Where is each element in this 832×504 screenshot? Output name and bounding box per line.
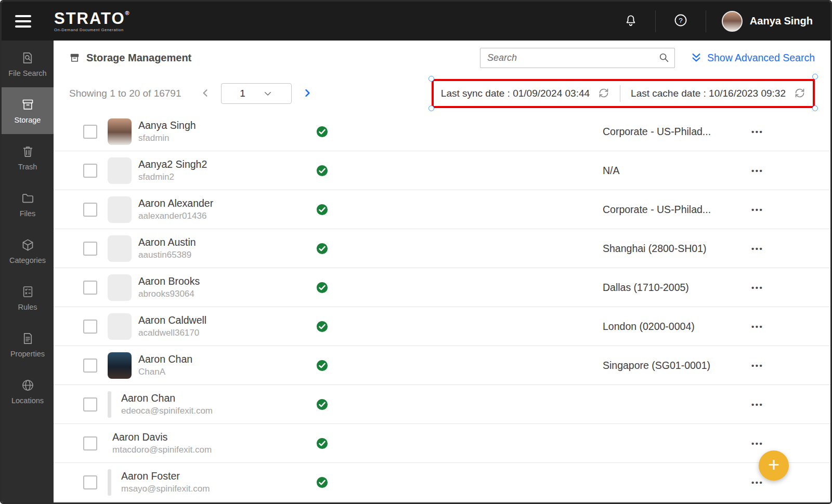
main-header: Storage Management Show Advanced Search [54, 41, 830, 75]
user-name-text: Aaron Austin [138, 236, 196, 248]
row-actions-button[interactable]: ••• [751, 127, 763, 136]
row-checkbox[interactable] [83, 436, 97, 450]
row-actions-button[interactable]: ••• [751, 400, 763, 409]
user-name-text: Aaron Alexander [138, 197, 213, 209]
sidebar-item-rules[interactable]: Rules [2, 274, 54, 321]
username-text: sfadmin [138, 133, 196, 143]
search-icon[interactable] [658, 52, 670, 65]
chevron-right-icon [302, 88, 313, 100]
ellipsis-icon: ••• [751, 283, 763, 292]
sidebar-item-categories[interactable]: Categories [2, 228, 54, 274]
user-name-block: Aaron Caldwell acaldwell36170 [138, 314, 206, 338]
row-checkbox[interactable] [83, 397, 97, 412]
add-button[interactable]: + [759, 450, 789, 481]
user-menu[interactable]: Aanya Singh [722, 11, 813, 32]
list-item: Aaron Alexander aalexander01436 Corporat… [54, 190, 830, 229]
row-actions-button[interactable]: ••• [751, 166, 763, 175]
user-name-block: Aaron Chan ChanA [138, 353, 192, 377]
cache-refresh-button[interactable] [794, 87, 805, 100]
sidebar-item-trash[interactable]: Trash [2, 134, 54, 181]
username-text: ChanA [138, 367, 192, 377]
ellipsis-icon: ••• [751, 322, 763, 331]
location-text: Shanghai (2800-SH01) [603, 243, 706, 255]
page-select[interactable]: 1 [221, 83, 292, 104]
topbar-divider [706, 10, 706, 32]
sync-info-annotation-box: Last sync date : 01/09/2024 03:44 Last c… [432, 79, 815, 108]
search-input[interactable] [480, 48, 675, 68]
app-logo: STRATO® On-Demand Document Generation [54, 10, 131, 32]
logo-text: STRATO® [54, 10, 131, 26]
ellipsis-icon: ••• [751, 400, 763, 409]
status-check-icon [316, 126, 328, 138]
row-actions-button[interactable]: ••• [751, 322, 763, 331]
double-chevron-down-icon [691, 52, 702, 63]
username-text: aalexander01436 [138, 211, 213, 221]
user-name-text: Aanya Singh [138, 120, 196, 131]
help-button[interactable]: ? [656, 13, 706, 29]
ellipsis-icon: ••• [751, 205, 763, 214]
sidebar-item-storage[interactable]: Storage [2, 87, 54, 134]
user-name: Aanya Singh [750, 15, 813, 27]
row-actions-button[interactable]: ••• [751, 244, 763, 253]
folder-icon [21, 191, 35, 205]
annotation-handle[interactable] [428, 76, 434, 82]
sidebar-item-locations[interactable]: Locations [2, 368, 54, 415]
row-checkbox[interactable] [83, 281, 97, 295]
ellipsis-icon: ••• [751, 166, 763, 175]
svg-text:?: ? [679, 17, 682, 24]
user-name-block: Aaron Austin aaustin65389 [138, 236, 196, 260]
list-item: Aanya2 Singh2 sfadmin2 N/A ••• [54, 151, 830, 190]
row-checkbox[interactable] [83, 242, 97, 256]
globe-icon [21, 378, 35, 392]
next-page-button[interactable] [302, 88, 313, 100]
sync-refresh-button[interactable] [598, 87, 609, 100]
username-text: abrooks93064 [138, 289, 200, 299]
previous-page-button[interactable] [200, 88, 211, 100]
row-checkbox[interactable] [83, 164, 97, 178]
user-name-block: Aaron Brooks abrooks93064 [138, 275, 200, 299]
sidebar-item-properties[interactable]: Properties [2, 321, 54, 368]
row-actions-button[interactable]: ••• [751, 478, 763, 487]
user-name-block: Aanya2 Singh2 sfadmin2 [138, 158, 207, 182]
row-avatar [108, 352, 132, 379]
ellipsis-icon: ••• [751, 244, 763, 253]
row-checkbox[interactable] [83, 359, 97, 373]
list-item: Aaron Davis mtacdoro@spinifexit.com ••• [54, 424, 830, 463]
annotation-handle[interactable] [812, 74, 818, 79]
row-checkbox[interactable] [83, 203, 97, 217]
username-text: mtacdoro@spinifexit.com [112, 445, 212, 455]
user-name-block: Aaron Foster msayo@spinifexit.com [121, 470, 210, 494]
main-content: Storage Management Show Advanced Search [54, 41, 830, 502]
help-icon: ? [673, 13, 688, 29]
status-check-icon [316, 437, 328, 449]
row-checkbox[interactable] [83, 125, 97, 139]
sidebar-item-label: Locations [11, 396, 44, 405]
row-actions-button[interactable]: ••• [751, 283, 763, 292]
hamburger-menu-button[interactable] [15, 15, 31, 28]
row-actions-button[interactable]: ••• [751, 205, 763, 214]
status-check-icon [316, 165, 328, 177]
trash-icon [21, 144, 35, 158]
chevron-left-icon [200, 88, 211, 100]
row-actions-button[interactable]: ••• [751, 361, 763, 370]
ellipsis-icon: ••• [751, 361, 763, 370]
topbar-actions: ? Aanya Singh [606, 10, 830, 32]
row-checkbox[interactable] [83, 475, 97, 489]
annotation-handle[interactable] [428, 105, 434, 111]
location-text: Singapore (SG01-0001) [603, 360, 710, 372]
sidebar-item-files[interactable]: Files [2, 181, 54, 228]
notifications-button[interactable] [606, 14, 655, 29]
document-icon [21, 331, 35, 346]
row-actions-button[interactable]: ••• [751, 439, 763, 448]
sidebar-item-file-search[interactable]: File Search [2, 41, 54, 87]
location-text: Corporate - US-Philad... [603, 204, 711, 216]
status-check-icon [316, 399, 328, 410]
show-advanced-search-link[interactable]: Show Advanced Search [691, 52, 815, 64]
sidebar-item-label: Rules [18, 303, 37, 311]
status-check-icon [316, 321, 328, 333]
row-checkbox[interactable] [83, 320, 97, 334]
username-text: edeoca@spinifexit.com [121, 406, 213, 416]
location-text: Dallas (1710-2005) [603, 282, 689, 294]
annotation-handle[interactable] [812, 105, 818, 111]
list-item: Aaron Austin aaustin65389 Shanghai (2800… [54, 229, 830, 268]
